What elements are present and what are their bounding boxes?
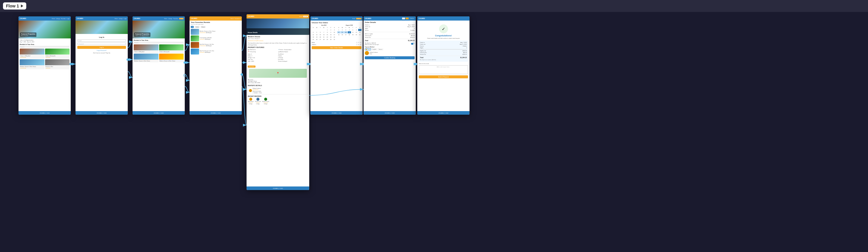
frame-1-listing-3-img (20, 59, 44, 65)
frame-4-content: Your Favorites Rentals Don't let them ge… (190, 21, 242, 56)
frame-1-section-title: Rentals In Your Area (20, 43, 69, 45)
frame-1-hero: Featured Properties Most Popular (19, 21, 71, 38)
frame-4-favorites[interactable]: 4. FAVORITE LISTING V3.0 CRUMBS Home Fav… (190, 16, 242, 115)
frame-3-listing-4[interactable]: Modern House in Glen Chase (159, 53, 184, 62)
frame-3-listing-1[interactable]: House in Maryland (134, 44, 158, 53)
frame-1-listing-4[interactable]: House in Glen★★★★ (45, 59, 70, 69)
frame-5-house-location: Glen Chase, Maryland (248, 38, 308, 39)
frame-5-features-grid: 🛏 4 Bedrooms 🚿 Home, Transportation 📍 Po… (248, 49, 308, 52)
frame-4-row-3-img (191, 42, 199, 48)
frame-2-header: CRUMBS Home Listings Login (75, 16, 128, 21)
frame-7-confirm-booking-btn[interactable]: Confirm Booking (365, 56, 414, 59)
frame-4-row-2-img (191, 35, 199, 41)
frame-1-listing-grid: House in Maryland★★★★★ Cabin in Annapoli… (20, 48, 69, 69)
frame-2-submit-button[interactable]: Log In (77, 46, 126, 49)
frame-7-total-row: Total$1,294.22 (365, 39, 414, 41)
frame-2-register-link[interactable]: Don't have an account? Sign Up (77, 52, 126, 53)
frame-1-listing-2[interactable]: Cabin in Annapolis★★★★ (45, 48, 70, 59)
frame-2-login[interactable]: 2. LOG IN V3.0 CRUMBS Home Listings Logi… (75, 16, 128, 115)
frame-8-nights: Nights4 (420, 47, 467, 48)
frame-6-month-2: August 2022 (337, 25, 362, 26)
frame-5-renter-3-avatar (264, 98, 267, 101)
frame-5-renter-2-name: Christina Lewis★★★★1-2 days (255, 101, 261, 105)
frame-1-listing-3[interactable]: Modern House in Glen Chase★★★★★ (20, 59, 44, 69)
frame-1-search[interactable]: Search... (20, 46, 69, 48)
frame-1-home[interactable]: 1. HOME V3.0 CRUMBS Home Listings Favori… (19, 16, 71, 115)
frame-8-footer: CRUMBS | © 2022 (417, 111, 469, 115)
frame-4-filter-all[interactable]: All (191, 26, 194, 28)
frame-5-feat-1: 🛏 4 Bedrooms (248, 49, 278, 50)
frame-3-home-logged[interactable]: 3. HOME-LOGED-IN V3.0 CRUMBS Home Listin… (132, 16, 185, 115)
frame-4-row-3[interactable]: Big Field House in the Sea★★★★★ $320/nig… (191, 42, 241, 48)
frame-2-email-field[interactable]: Email (77, 39, 126, 42)
frame-1-nav: Home Listings Favorites Login (52, 18, 69, 20)
frame-7-cleaning-row: Cleaning fee$85.00 (365, 35, 414, 36)
frame-2-forgot-link[interactable]: Forgot Password? (77, 50, 126, 51)
frame-3-listing-2[interactable]: Cabin in Annapolis (159, 44, 184, 53)
frame-7-guests-row: Guests2 adults (365, 30, 414, 31)
top-bar: Flow 1 (0, 0, 868, 12)
frame-7-card-option[interactable]: 💳 Card (365, 48, 371, 50)
frame-5-book-now-btn[interactable]: Book Now (248, 66, 255, 68)
frame-8-summary: Check-inAug 7, 2022 Check-outAug 11, 202… (419, 40, 468, 62)
frame-4-row-1[interactable]: Modern House in Glen Chase★★★★★ $250/nig… (191, 29, 241, 35)
frame-3-hero-prop: Cabin in the Appalachians (135, 35, 149, 36)
frame-6-header: CRUMBS Book Confirm (310, 16, 363, 21)
frame-4-footer: CRUMBS | © 2022 (190, 111, 242, 115)
frame-7-paypal-option[interactable]: PayPal (372, 48, 377, 50)
frame-2-login-form: Log In Email Password Log In Forgot Pass… (75, 34, 128, 56)
frame-6-adults-plus[interactable]: + (360, 42, 362, 43)
frame-6-children-minus[interactable]: - (356, 44, 358, 45)
frame-6-next-btn[interactable]: Next: Order Details (312, 46, 362, 49)
frame-4-row-3-text: Big Field House in the Sea★★★★★ $320/nig… (200, 43, 214, 46)
frame-4-row-4-text: Big Front House in the Sea★★★★ $290/nigh… (200, 50, 214, 53)
frame-5-rating: ★★★★★ 4.9 (128 reviews) (248, 40, 308, 41)
frame-6-children-plus[interactable]: + (360, 44, 362, 45)
frame-6-logo: CRUMBS (312, 17, 318, 20)
frame-7-title: Order Details (365, 22, 414, 23)
frame-8-submit-btn[interactable]: Submit Request (419, 75, 468, 78)
frame-7-nav: Confirm (402, 17, 414, 20)
frame-5-house-details[interactable]: 5. SAVED FAVORITE LIST... CRUMBS Saved B… (247, 14, 309, 190)
frame-1-listing-3-text: Modern House in Glen Chase★★★★★ (20, 65, 44, 69)
frame-2-password-field[interactable]: Password (77, 43, 126, 45)
frame-4-filter-house[interactable]: House (200, 26, 206, 28)
frame-1-content: Cabin in the Appalachians Aug 7, 2022 - … (19, 38, 71, 70)
frame-7-confirm-btn[interactable]: Confirm (409, 17, 414, 20)
frame-7-logo: CRUMBS (365, 17, 371, 20)
flow-button[interactable]: Flow 1 (3, 2, 26, 9)
frame-6-adults-minus[interactable]: - (356, 42, 358, 43)
frame-7-insurance-toggle[interactable] (411, 43, 414, 45)
frame-1-listing-2-text: Cabin in Annapolis★★★★ (45, 55, 70, 59)
frame-1-listing-2-img (45, 48, 70, 55)
frame-1-listing-1[interactable]: House in Maryland★★★★★ (20, 48, 44, 59)
frame-6-booking[interactable]: 6. BOOK/PICK DATE/REQ... CRUMBS Book Con… (310, 16, 363, 115)
frame-7-insurance-section: Monthly fee: $300.00Add insurance for th… (365, 42, 414, 45)
frame-3-search[interactable]: Search... (134, 42, 184, 43)
frame-7-icon-2 (406, 17, 409, 20)
frame-3-listing-4-text: Modern House in Glen Chase (159, 60, 184, 62)
frame-4-row-4[interactable]: Big Front House in the Sea★★★★ $290/nigh… (191, 48, 241, 55)
frame-8-confirmation[interactable]: 8. BOOKING CONFIRMAT... CRUMBS ✓ Congrat… (417, 16, 469, 115)
frame-5-detail-content: Modern House Glen Chase, Maryland ★★★★★ … (247, 35, 309, 105)
frame-5-renter-2: Christina Lewis★★★★1-2 days (255, 98, 261, 105)
frame-7-order[interactable]: 7. BOOKING: ORDER DET... CRUMBS Confirm … (364, 16, 416, 115)
frame-4-filter-cabin[interactable]: Cabin (195, 26, 199, 28)
frame-5-house-name: Modern House (248, 36, 308, 38)
frame-6-cal-2: August 2022 SMTWTFS 1234567 891011121314… (337, 25, 362, 40)
frame-8-notes-field[interactable]: Add a note to your host... (419, 65, 468, 74)
frame-5-renter-2-avatar (256, 98, 259, 101)
frame-6-guests: Adults - 2 + Children - 0 + (312, 42, 362, 45)
frame-4-row-2[interactable]: Countryside in Ant Ave★★★★ $180/night (191, 35, 241, 41)
frame-3-section-title: Rentals In Your Area (134, 39, 184, 41)
frame-1-hero-text: Cabin in the Appalachians Aug 7, 2022 - … (20, 39, 69, 43)
frame-4-row-1-img (191, 29, 199, 35)
frame-7-venmo-option[interactable]: Venmo (378, 48, 383, 50)
frame-5-book-btn[interactable]: BOOK (303, 16, 308, 17)
frame-5-renters-row: Richard Brown★★★★★2-3 days Christina Lew… (248, 98, 308, 105)
frame-6-confirm-btn[interactable]: Confirm (356, 18, 362, 20)
frame-2-nav: Home Listings Login (115, 18, 127, 20)
frame-5-feat-4: ☁ Attached Space (278, 51, 308, 52)
frame-3-listing-3[interactable]: Modern House in Glen Chase (134, 53, 158, 62)
frame-8-checkmark-icon: ✓ (439, 25, 448, 33)
